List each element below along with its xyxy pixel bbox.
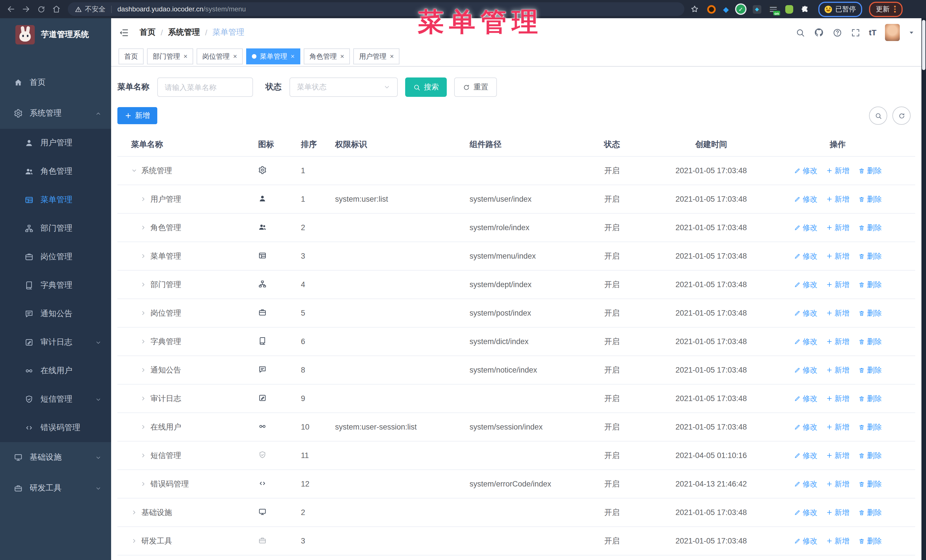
edit-link[interactable]: 修改 — [793, 507, 817, 518]
edit-link[interactable]: 修改 — [793, 279, 817, 290]
delete-link[interactable]: 删除 — [858, 308, 882, 318]
refresh-table-button[interactable] — [893, 107, 911, 125]
add-child-link[interactable]: 新增 — [826, 222, 849, 233]
edit-link[interactable]: 修改 — [793, 365, 817, 375]
edit-link[interactable]: 修改 — [793, 308, 817, 318]
toggle-search-button[interactable] — [869, 107, 887, 125]
chevron-down-icon[interactable] — [908, 29, 915, 36]
delete-link[interactable]: 删除 — [858, 393, 882, 404]
delete-link[interactable]: 删除 — [858, 365, 882, 375]
tab-部门管理[interactable]: 部门管理× — [147, 48, 193, 64]
sidebar-item-字典管理[interactable]: 字典管理 — [0, 271, 111, 300]
sidebar-item-通知公告[interactable]: 通知公告 — [0, 300, 111, 328]
sidebar-item-菜单管理[interactable]: 菜单管理 — [0, 186, 111, 214]
add-child-link[interactable]: 新增 — [826, 194, 849, 204]
add-child-link[interactable]: 新增 — [826, 365, 849, 375]
paused-extension-badge[interactable]: 已暂停 — [818, 2, 862, 17]
add-child-link[interactable]: 新增 — [826, 450, 849, 460]
extension-orange-icon[interactable] — [707, 5, 716, 14]
extension-list-icon[interactable]: on — [769, 5, 778, 13]
extension-green-icon[interactable] — [785, 5, 793, 14]
close-tab-icon[interactable]: × — [291, 53, 295, 60]
sidebar-item-基础设施[interactable]: 基础设施 — [0, 442, 111, 473]
github-icon[interactable] — [814, 27, 824, 38]
add-child-link[interactable]: 新增 — [826, 166, 849, 176]
add-child-link[interactable]: 新增 — [826, 422, 849, 432]
browser-back-icon[interactable] — [6, 5, 15, 14]
delete-link[interactable]: 删除 — [858, 479, 882, 489]
delete-link[interactable]: 删除 — [858, 279, 882, 290]
search-button[interactable]: 搜索 — [405, 77, 447, 97]
sidebar-item-角色管理[interactable]: 角色管理 — [0, 157, 111, 186]
delete-link[interactable]: 删除 — [858, 166, 882, 176]
sidebar-item-短信管理[interactable]: 短信管理 — [0, 385, 111, 414]
browser-reload-icon[interactable] — [37, 5, 45, 14]
breadcrumb-system[interactable]: 系统管理 — [168, 27, 200, 38]
edit-link[interactable]: 修改 — [793, 422, 817, 432]
update-browser-badge[interactable]: 更新 — [869, 2, 902, 17]
chevron-right-icon[interactable] — [140, 367, 147, 373]
delete-link[interactable]: 删除 — [858, 450, 882, 460]
add-child-link[interactable]: 新增 — [826, 337, 849, 347]
add-child-link[interactable]: 新增 — [826, 479, 849, 489]
edit-link[interactable]: 修改 — [793, 479, 817, 489]
status-select[interactable]: 菜单状态 — [289, 77, 398, 97]
menu-name-input[interactable] — [157, 77, 253, 97]
add-child-link[interactable]: 新增 — [826, 507, 849, 518]
sidebar-item-在线用户[interactable]: 在线用户 — [0, 357, 111, 385]
add-child-link[interactable]: 新增 — [826, 279, 849, 290]
breadcrumb-home[interactable]: 首页 — [139, 27, 156, 38]
sidebar-item-错误码管理[interactable]: 错误码管理 — [0, 414, 111, 442]
delete-link[interactable]: 删除 — [858, 337, 882, 347]
edit-link[interactable]: 修改 — [793, 536, 817, 546]
scrollbar-thumb[interactable] — [922, 20, 925, 70]
edit-link[interactable]: 修改 — [793, 166, 817, 176]
add-child-link[interactable]: 新增 — [826, 393, 849, 404]
add-button[interactable]: 新增 — [117, 107, 157, 124]
chevron-right-icon[interactable] — [140, 338, 147, 345]
chevron-right-icon[interactable] — [140, 395, 147, 402]
extension-gem-icon[interactable]: ◆ — [723, 5, 729, 14]
extensions-puzzle-icon[interactable] — [800, 5, 809, 14]
sidebar-item-系统管理[interactable]: 系统管理 — [0, 98, 111, 129]
search-icon[interactable] — [796, 28, 805, 37]
delete-link[interactable]: 删除 — [858, 222, 882, 233]
address-bar[interactable]: 不安全 dashboard.yudao.iocoder.cn/system/me… — [68, 2, 684, 16]
sidebar-item-岗位管理[interactable]: 岗位管理 — [0, 243, 111, 271]
sidebar-item-研发工具[interactable]: 研发工具 — [0, 473, 111, 504]
extension-check-icon[interactable]: ✓ — [736, 5, 745, 14]
delete-link[interactable]: 删除 — [858, 536, 882, 546]
add-child-link[interactable]: 新增 — [826, 536, 849, 546]
scrollbar-track[interactable] — [921, 18, 926, 560]
chevron-right-icon[interactable] — [140, 196, 147, 202]
chevron-right-icon[interactable] — [140, 225, 147, 231]
sidebar-logo-row[interactable]: 芋道管理系统 — [0, 18, 111, 51]
reset-button[interactable]: 重置 — [454, 77, 497, 97]
font-size-icon[interactable]: tT — [869, 28, 876, 37]
delete-link[interactable]: 删除 — [858, 251, 882, 261]
security-indicator[interactable]: 不安全 — [75, 4, 106, 14]
delete-link[interactable]: 删除 — [858, 507, 882, 518]
close-tab-icon[interactable]: × — [183, 53, 188, 60]
chevron-right-icon[interactable] — [131, 509, 137, 516]
add-child-link[interactable]: 新增 — [826, 308, 849, 318]
browser-forward-icon[interactable] — [22, 5, 31, 14]
tab-角色管理[interactable]: 角色管理× — [304, 48, 350, 64]
chevron-right-icon[interactable] — [131, 538, 137, 544]
delete-link[interactable]: 删除 — [858, 194, 882, 204]
close-tab-icon[interactable]: × — [390, 53, 394, 60]
browser-menu-dots-icon[interactable] — [894, 6, 896, 12]
tab-首页[interactable]: 首页 — [118, 48, 144, 64]
tab-菜单管理[interactable]: 菜单管理× — [246, 48, 300, 64]
user-avatar[interactable] — [885, 24, 900, 41]
close-tab-icon[interactable]: × — [340, 53, 344, 60]
bookmark-star-icon[interactable] — [690, 5, 699, 14]
chevron-right-icon[interactable] — [140, 452, 147, 459]
edit-link[interactable]: 修改 — [793, 194, 817, 204]
extension-grid-icon[interactable]: ◆ — [753, 5, 761, 14]
sidebar-item-用户管理[interactable]: 用户管理 — [0, 129, 111, 157]
help-icon[interactable] — [832, 28, 842, 37]
chevron-right-icon[interactable] — [140, 424, 147, 430]
edit-link[interactable]: 修改 — [793, 251, 817, 261]
chevron-right-icon[interactable] — [140, 281, 147, 288]
